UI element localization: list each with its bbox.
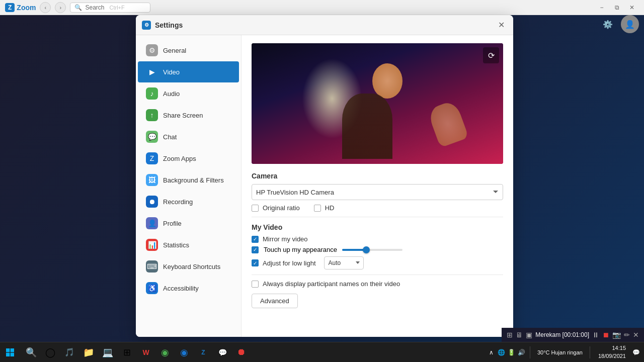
sidebar-item-share-screen[interactable]: ↑ Share Screen [138, 105, 239, 126]
separator-2 [252, 275, 503, 275]
sidebar-item-label-audio: Audio [163, 90, 180, 98]
camera-snap-icon[interactable]: 📷 [612, 331, 621, 339]
dialog-body: ⚙ General ▶ Video ♪ Audio ↑ Share Screen… [136, 35, 513, 337]
taskbar-record[interactable]: ⏺ [232, 343, 251, 361]
person-body [342, 94, 392, 159]
taskbar-search[interactable]: 🔍 [22, 343, 40, 361]
taskbar-folder[interactable]: 📁 [79, 343, 98, 361]
original-ratio-checkbox[interactable] [252, 205, 259, 212]
general-icon: ⚙ [146, 44, 158, 56]
participant-names-checkbox[interactable] [252, 281, 259, 288]
taskbar-chrome-alt[interactable]: ◉ [156, 343, 174, 361]
touch-up-row: ✓ Touch up my appearance [252, 246, 503, 253]
pen-icon[interactable]: ✏ [624, 331, 630, 339]
camera-switch-button[interactable]: ⟳ [483, 47, 499, 63]
person-head [372, 63, 403, 99]
profile-icon: 👤 [146, 217, 158, 229]
sidebar-item-audio[interactable]: ♪ Audio [138, 83, 239, 104]
dialog-close-button[interactable]: ✕ [495, 19, 507, 31]
sidebar-item-background[interactable]: 🖼 Background & Filters [138, 169, 239, 191]
adjust-light-checkbox[interactable]: ✓ [252, 259, 259, 266]
camera-select[interactable]: HP TrueVision HD Camera [252, 184, 503, 200]
screen-icon[interactable]: 🖥 [516, 331, 523, 339]
weather-label: 30°C Hujan ringan [534, 349, 586, 355]
statistics-icon: 📊 [146, 239, 158, 251]
window-close-button[interactable]: ✕ [625, 2, 639, 13]
start-button[interactable] [0, 342, 20, 363]
zoom-logo-icon: Z [5, 3, 15, 12]
my-video-section: My Video ✓ Mirror my video ✓ Touch up my… [252, 223, 503, 269]
battery-icon[interactable]: 🔋 [508, 348, 516, 356]
sidebar-item-general[interactable]: ⚙ General [138, 40, 239, 61]
maximize-button[interactable]: ⧉ [610, 2, 624, 13]
settings-dialog: ⚙ Settings ✕ ⚙ General ▶ Video ♪ Audio [136, 15, 513, 337]
camera-select-row: HP TrueVision HD Camera [252, 184, 503, 200]
taskbar-zoom[interactable]: Z [194, 343, 212, 361]
slider-thumb[interactable] [363, 246, 370, 253]
search-bar[interactable]: 🔍 Search Ctrl+F [70, 3, 150, 13]
taskbar-vlc[interactable]: 🎵 [60, 343, 78, 361]
svg-rect-3 [11, 352, 14, 356]
sidebar-item-chat[interactable]: 💬 Chat [138, 126, 239, 147]
advanced-button[interactable]: Advanced [252, 294, 298, 308]
clock-time: 14:15 [598, 344, 626, 352]
notification-icon[interactable]: 💬 [632, 348, 640, 356]
mirror-checkbox[interactable]: ✓ [252, 236, 259, 243]
svg-rect-2 [6, 352, 10, 356]
sidebar-item-recording[interactable]: ⏺ Recording [138, 191, 239, 212]
settings-sidebar: ⚙ General ▶ Video ♪ Audio ↑ Share Screen… [136, 35, 242, 337]
sidebar-item-profile[interactable]: 👤 Profile [138, 213, 239, 234]
sidebar-item-label-chat: Chat [163, 133, 177, 141]
search-label: Search [85, 4, 104, 11]
stop-icon[interactable]: ⏹ [602, 331, 609, 339]
search-shortcut: Ctrl+F [109, 5, 124, 11]
sidebar-item-label-recording: Recording [163, 198, 193, 206]
taskbar-apps[interactable]: ⊞ [118, 343, 136, 361]
sound-icon[interactable]: 🔊 [518, 348, 526, 356]
taskbar-icons: 🔍 ◯ 🎵 📁 💻 ⊞ W ◉ ◉ Z 💬 ⏺ [20, 343, 484, 361]
taskbar-ie[interactable]: 💻 [99, 343, 117, 361]
camera-preview: ⟳ [252, 43, 503, 164]
adjust-light-select[interactable]: Auto Manual Disabled [324, 256, 364, 269]
close-recording-icon[interactable]: ✕ [633, 331, 639, 339]
touch-up-label: Touch up my appearance [264, 246, 337, 253]
sidebar-item-statistics[interactable]: 📊 Statistics [138, 234, 239, 255]
desktop: Z Zoom ‹ › 🔍 Search Ctrl+F − ⧉ ✕ 👤 ⚙️ ⚙ … [0, 0, 644, 362]
nav-back-button[interactable]: ‹ [40, 2, 51, 13]
settings-icon: ⚙ [142, 21, 151, 30]
taskbar-wps[interactable]: W [137, 343, 155, 361]
sidebar-item-accessibility[interactable]: ♿ Accessibility [138, 278, 239, 299]
adjust-light-row: ✓ Adjust for low light Auto Manual Disab… [252, 256, 503, 269]
camera-person [352, 63, 423, 164]
camera-section-label: Camera [252, 172, 503, 180]
taskbar-unknown1[interactable]: 💬 [213, 343, 231, 361]
original-ratio-row: Original ratio HD [252, 204, 503, 212]
network-icon[interactable]: 🌐 [498, 348, 506, 356]
taskbar-cortana[interactable]: ◯ [41, 343, 59, 361]
sidebar-item-keyboard[interactable]: ⌨ Keyboard Shortcuts [138, 256, 239, 277]
gear-icon[interactable]: ⚙️ [599, 15, 617, 33]
sidebar-item-label-stats: Statistics [163, 241, 189, 249]
taskbar-clock[interactable]: 14:15 18/09/2021 [594, 344, 630, 360]
sidebar-item-zoom-apps[interactable]: Z Zoom Apps [138, 148, 239, 169]
nav-forward-button[interactable]: › [55, 2, 66, 13]
adjust-light-label: Adjust for low light [263, 259, 316, 267]
avatar[interactable]: 👤 [621, 15, 639, 33]
touch-up-checkbox[interactable]: ✓ [252, 246, 259, 253]
touch-up-slider[interactable] [342, 249, 403, 251]
taskbar-chrome[interactable]: ◉ [175, 343, 193, 361]
sidebar-item-label-profile: Profile [163, 220, 182, 227]
dialog-title: ⚙ Settings [142, 21, 495, 30]
audio-icon: ♪ [146, 87, 158, 100]
sidebar-item-video[interactable]: ▶ Video [138, 61, 239, 82]
pause-icon[interactable]: ⏸ [592, 331, 599, 339]
my-video-label: My Video [252, 223, 503, 231]
window-icon[interactable]: ▣ [526, 331, 532, 339]
grid-icon[interactable]: ⊞ [507, 331, 513, 339]
sidebar-item-label-video: Video [163, 68, 180, 76]
hd-checkbox[interactable] [314, 205, 321, 212]
video-icon: ▶ [146, 66, 158, 78]
minimize-button[interactable]: − [595, 2, 609, 13]
chevron-up-icon[interactable]: ∧ [488, 348, 496, 356]
share-screen-icon: ↑ [146, 109, 158, 121]
